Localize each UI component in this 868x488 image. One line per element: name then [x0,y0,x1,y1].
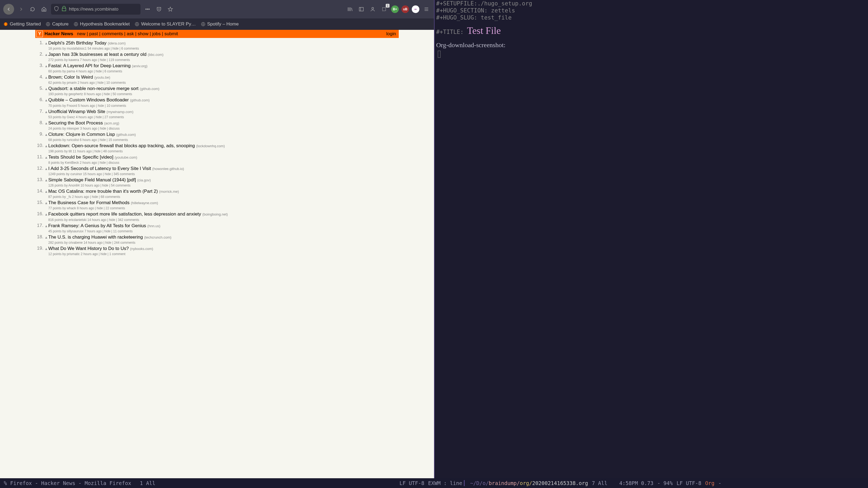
bookmark-spotify[interactable]: Spotify – Home [201,22,239,27]
hn-site-link[interactable]: (lockdownhq.com) [196,144,225,148]
upvote-icon[interactable]: ▲ [44,40,48,51]
pocket-icon[interactable] [155,5,163,13]
upvote-icon[interactable]: ▲ [44,120,48,130]
hn-story-link[interactable]: Delphi's 25th Birthday Today [48,40,106,45]
hn-site-link[interactable]: (arxiv.org) [132,64,148,68]
hn-story-link[interactable]: The Business Case for Formal Methods [48,200,130,205]
ext-stylus-icon[interactable]: ∞ [412,5,420,13]
hn-site-link[interactable]: (bbc.com) [148,53,163,57]
hn-nav-comments[interactable]: comments [102,31,123,36]
hn-subtext[interactable]: 62 points by pmarin 2 hours ago | hide |… [48,80,399,85]
hn-site-link[interactable]: (youtube.com) [115,155,137,159]
hn-nav-show[interactable]: show [138,31,149,36]
hn-site-link[interactable]: (hnn.us) [147,224,160,228]
lock-icon[interactable] [61,6,67,13]
hn-subtext[interactable]: 198 points by tilt 11 hours ago | hide |… [48,149,399,153]
hn-story-link[interactable]: Lockdown: Open-source firewall that bloc… [48,143,195,148]
upvote-icon[interactable]: ▲ [44,211,48,222]
hn-subtext[interactable]: 18 points by mustafabisic1 54 minutes ag… [48,46,399,51]
hn-site-link[interactable]: (idera.com) [108,41,126,45]
upvote-icon[interactable]: ▲ [44,86,48,96]
upvote-icon[interactable]: ▲ [44,188,48,199]
hn-site-link[interactable]: (techcrunch.com) [144,235,171,239]
hn-story-link[interactable]: Quadsort: a stable non-recursive merge s… [48,86,138,91]
hn-story-link[interactable]: Mac OS Catalina: more trouble than it's … [48,189,158,194]
upvote-icon[interactable]: ▲ [44,223,48,233]
hn-subtext[interactable]: 24 points by mkesper 3 hours ago | hide … [48,126,399,130]
hn-story-link[interactable]: Facebook quitters report more life satis… [48,212,201,217]
hn-story-link[interactable]: Quibble – Custom Windows Bootloader [48,97,129,102]
hn-site-link[interactable]: (youtu.be) [94,75,111,79]
hn-site-link[interactable]: (github.com) [130,98,150,102]
hn-site-link[interactable]: (morrick.me) [159,190,179,194]
hn-brand[interactable]: Hacker News [44,31,73,37]
hn-story-link[interactable]: What Do We Want History to Do to Us? [48,246,129,251]
hn-login-link[interactable]: login [386,31,396,37]
upvote-icon[interactable]: ▲ [44,154,48,165]
hn-subtext[interactable]: 77 points by whack 8 hours ago | hide | … [48,206,399,210]
upvote-icon[interactable]: ▲ [44,246,48,256]
back-button[interactable] [3,4,14,14]
upvote-icon[interactable]: ▲ [44,74,48,85]
account-icon[interactable] [368,5,377,13]
hn-story-link[interactable]: Tests Should be Specific [video] [48,155,113,160]
hn-story-link[interactable]: Simple Sabotage Field Manual (1944) [pdf… [48,177,136,183]
upvote-icon[interactable]: ▲ [44,131,48,142]
hn-subtext[interactable]: 12 points by prismatic 2 hours ago | hid… [48,252,399,256]
upvote-icon[interactable]: ▲ [44,52,48,62]
upvote-icon[interactable]: ▲ [44,63,48,73]
hn-subtext[interactable]: 816 points by ericdanielski 14 hours ago… [48,218,399,222]
hn-story-link[interactable]: Securing the Boot Process [48,120,103,126]
hn-subtext[interactable]: 53 points by Gwxz 4 hours ago | hide | 2… [48,115,399,119]
hn-story-link[interactable]: Fastai: A Layered API for Deep Learning [48,63,130,68]
shield-icon[interactable] [54,6,59,13]
hn-nav-jobs[interactable]: jobs [152,31,161,36]
container-icon[interactable]: 1 [380,5,389,13]
hn-site-link[interactable]: (mywinamp.com) [106,110,133,114]
upvote-icon[interactable]: ▲ [44,166,48,176]
reload-button[interactable] [28,5,37,13]
hn-site-link[interactable]: (github.com) [116,133,135,137]
bookmark-getting-started[interactable]: Getting Started [3,22,41,27]
hn-subtext[interactable]: 126 points by Anon84 10 hours ago | hide… [48,183,399,187]
hn-subtext[interactable]: 1249 points by curuinor 15 hours ago | h… [48,172,399,176]
hamburger-menu-icon[interactable] [422,5,431,13]
hn-story-link[interactable]: Frank Ramsey: A Genius by All Tests for … [48,223,146,228]
home-button[interactable] [40,5,48,13]
hn-subtext[interactable]: 272 points by kawera 7 hours ago | hide … [48,58,399,62]
hn-nav-past[interactable]: past [89,31,98,36]
hn-story-link[interactable]: Japan has 33k businesses at least a cent… [48,52,147,57]
hn-story-link[interactable]: Cloture: Clojure in Common Lisp [48,132,115,137]
upvote-icon[interactable]: ▲ [44,109,48,119]
hn-subtext[interactable]: 87 points by _fs 2 hours ago | hide | 68… [48,194,399,199]
upvote-icon[interactable]: ▲ [44,234,48,245]
url-bar[interactable] [51,4,141,14]
hn-story-link[interactable]: I Add 3-25 Seconds of Latency to Every S… [48,166,151,171]
hn-subtext[interactable]: 193 points by geophertz 8 hours ago | hi… [48,92,399,96]
hn-site-link[interactable]: (github.com) [140,87,159,91]
upvote-icon[interactable]: ▲ [44,97,48,107]
hn-site-link[interactable]: (hillelwayne.com) [131,201,158,205]
hn-story-link[interactable]: The U.S. is charging Huawei with rackete… [48,234,143,240]
upvote-icon[interactable]: ▲ [44,200,48,210]
hn-site-link[interactable]: (boingboing.net) [203,212,228,216]
bookmark-star-icon[interactable] [166,5,175,13]
hn-logo-icon[interactable]: Y [36,31,43,37]
hn-site-link[interactable]: (nybooks.com) [130,247,153,251]
ext-ublock-icon[interactable]: uB [401,5,409,13]
url-input[interactable] [69,6,138,12]
hn-subtext[interactable]: 70 points by Fnoord 5 hours ago | hide |… [48,103,399,108]
hn-subtext[interactable]: 60 points by pama 4 hours ago | hide | 6… [48,69,399,73]
bookmark-slayer[interactable]: Welcome to SLAYER Py… [134,22,196,27]
sidebar-icon[interactable] [357,5,366,13]
hn-site-link[interactable]: (acm.org) [104,121,119,125]
hn-story-link[interactable]: Brown; Color Is Weird [48,74,93,80]
hn-story-link[interactable]: Unofficial Winamp Web Site [48,109,105,114]
hn-subtext[interactable]: 45 points by sillysaurusx 7 hours ago | … [48,229,399,233]
bookmark-hypothesis[interactable]: Hypothesis Bookmarklet [73,22,130,27]
emacs-org-pane[interactable]: #+SETUPFILE:./hugo_setup.org #+HUGO_SECT… [434,0,868,478]
page-actions-icon[interactable]: ••• [143,5,152,13]
hn-nav-new[interactable]: new [77,31,86,36]
hn-nav-submit[interactable]: submit [164,31,178,36]
bookmark-capture[interactable]: Capture [45,22,68,27]
